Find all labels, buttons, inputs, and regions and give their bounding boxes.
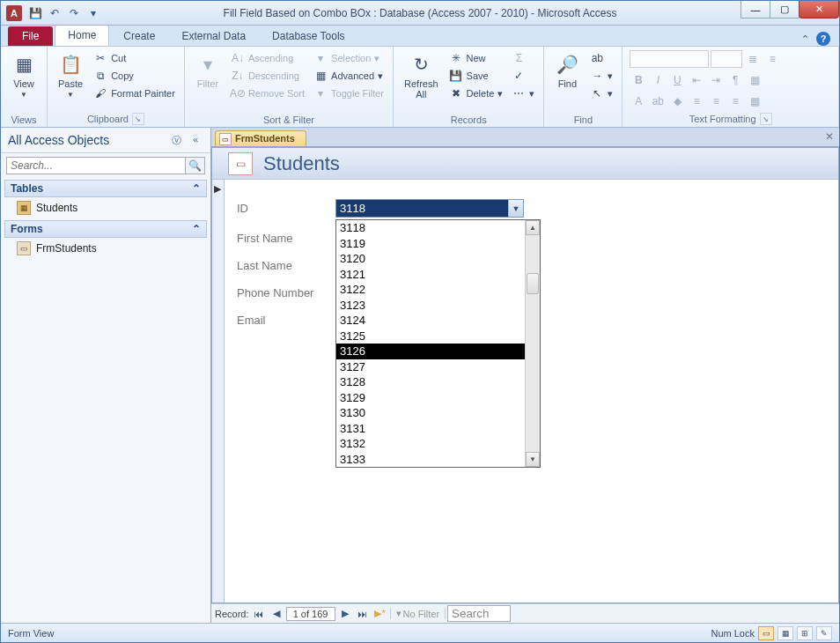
- maximize-button[interactable]: ▢: [770, 1, 799, 18]
- align-left-icon[interactable]: ≡: [688, 92, 705, 110]
- dropdown-item[interactable]: 3128: [336, 374, 525, 390]
- nav-last-button[interactable]: ⏭: [355, 606, 371, 622]
- dropdown-item[interactable]: 3125: [336, 329, 525, 344]
- view-layout-icon[interactable]: ⊞: [797, 626, 813, 640]
- gridlines-icon[interactable]: ▦: [746, 71, 763, 89]
- help-icon[interactable]: ?: [816, 32, 830, 46]
- view-design-icon[interactable]: ✎: [816, 626, 832, 640]
- dropdown-item[interactable]: 3123: [336, 298, 525, 314]
- tab-file[interactable]: File: [8, 26, 53, 46]
- descending-button[interactable]: Z↓Descending: [229, 68, 306, 84]
- dropdown-item[interactable]: 3129: [336, 390, 525, 406]
- nav-search-input[interactable]: [6, 157, 186, 174]
- qat-save-icon[interactable]: 💾: [27, 5, 43, 21]
- ribbon-minimize-icon[interactable]: ⌃: [801, 33, 809, 45]
- qat-undo-icon[interactable]: ↶: [47, 5, 63, 21]
- doc-close-icon[interactable]: ✕: [825, 130, 834, 143]
- align-center-icon[interactable]: ≡: [707, 92, 725, 110]
- dropdown-item[interactable]: 3130: [336, 405, 525, 421]
- font-color-button[interactable]: A: [630, 92, 647, 110]
- underline-button[interactable]: U: [668, 71, 686, 89]
- goto-button[interactable]: →▾: [588, 68, 615, 84]
- refresh-all-button[interactable]: ↻ Refresh All: [401, 50, 442, 101]
- nav-category-tables[interactable]: Tables⌃: [4, 180, 207, 197]
- qat-customize-icon[interactable]: ▾: [85, 5, 101, 21]
- selection-button[interactable]: ▾Selection ▾: [312, 50, 386, 66]
- scroll-down-icon[interactable]: ▼: [526, 452, 540, 467]
- no-filter-indicator[interactable]: ▾No Filter: [390, 608, 446, 619]
- view-button[interactable]: ▦ View ▼: [8, 50, 40, 100]
- nav-title[interactable]: All Access Objects: [8, 133, 109, 147]
- bullets-icon[interactable]: ≣: [744, 50, 762, 68]
- nav-dropdown-icon[interactable]: ⓥ: [168, 134, 184, 147]
- fill-color-button[interactable]: ◆: [668, 92, 686, 110]
- totals-button[interactable]: Σ: [510, 50, 536, 66]
- nav-item-frmstudents[interactable]: ▭ FrmStudents: [1, 238, 210, 259]
- format-painter-button[interactable]: 🖌Format Painter: [92, 85, 177, 101]
- dropdown-item[interactable]: 3133: [336, 452, 525, 468]
- advanced-button[interactable]: ▦Advanced ▾: [312, 68, 386, 84]
- italic-button[interactable]: I: [649, 71, 667, 89]
- dropdown-item[interactable]: 3124: [336, 313, 525, 329]
- dropdown-item[interactable]: 3132: [336, 436, 525, 452]
- toggle-filter-button[interactable]: ▾Toggle Filter: [312, 85, 386, 101]
- nav-new-button[interactable]: ▶*: [372, 606, 388, 622]
- dropdown-item[interactable]: 3126: [336, 344, 525, 359]
- record-search-input[interactable]: [447, 605, 511, 622]
- view-form-icon[interactable]: ▭: [758, 626, 774, 640]
- indent-dec-icon[interactable]: ⇤: [688, 71, 705, 89]
- document-tab-frmstudents[interactable]: ▭ FrmStudents: [215, 130, 306, 146]
- dropdown-item[interactable]: 3121: [336, 267, 525, 283]
- dropdown-item[interactable]: 3119: [336, 236, 525, 252]
- remove-sort-button[interactable]: A⊘Remove Sort: [229, 85, 306, 101]
- replace-button[interactable]: ab: [588, 50, 615, 66]
- tab-database-tools[interactable]: Database Tools: [260, 26, 357, 46]
- new-button[interactable]: ✳New: [447, 50, 505, 66]
- more-button[interactable]: ⋯▾: [510, 85, 536, 101]
- view-datasheet-icon[interactable]: ▦: [777, 626, 793, 640]
- dropdown-item[interactable]: 3131: [336, 421, 525, 437]
- clipboard-expander-icon[interactable]: ↘: [132, 113, 144, 125]
- bold-button[interactable]: B: [630, 71, 647, 89]
- dropdown-item[interactable]: 3122: [336, 282, 525, 298]
- font-size-combo[interactable]: [711, 50, 742, 68]
- record-position[interactable]: 1 of 169: [286, 607, 335, 621]
- copy-button[interactable]: ⧉Copy: [92, 68, 177, 84]
- tab-external-data[interactable]: External Data: [169, 26, 258, 46]
- nav-category-forms[interactable]: Forms⌃: [4, 220, 207, 238]
- align-right-icon[interactable]: ≡: [726, 92, 744, 110]
- paste-button[interactable]: 📋 Paste ▼: [55, 50, 86, 100]
- search-icon[interactable]: 🔍: [186, 157, 205, 174]
- indent-inc-icon[interactable]: ⇥: [707, 71, 725, 89]
- dropdown-item[interactable]: 3118: [336, 220, 525, 236]
- nav-collapse-icon[interactable]: «: [188, 134, 203, 147]
- scroll-thumb[interactable]: [527, 273, 539, 294]
- nav-first-button[interactable]: ⏮: [251, 606, 267, 622]
- highlight-button[interactable]: ab: [649, 92, 667, 110]
- nav-next-button[interactable]: ▶: [337, 606, 353, 622]
- close-button[interactable]: ✕: [799, 1, 839, 18]
- filter-button[interactable]: ▾ Filter: [192, 50, 224, 91]
- textfmt-expander-icon[interactable]: ↘: [760, 113, 772, 125]
- select-button[interactable]: ↖▾: [588, 85, 615, 101]
- dropdown-item[interactable]: 3120: [336, 251, 525, 267]
- nav-item-students-table[interactable]: ▦ Students: [1, 197, 210, 218]
- id-combo-input[interactable]: [335, 199, 524, 218]
- alt-row-icon[interactable]: ▦: [746, 92, 763, 110]
- minimize-button[interactable]: —: [741, 1, 770, 18]
- dropdown-scrollbar[interactable]: ▲ ▼: [525, 220, 540, 467]
- scroll-up-icon[interactable]: ▲: [526, 220, 540, 235]
- spelling-button[interactable]: ✓: [510, 68, 536, 84]
- numbering-icon[interactable]: ≡: [763, 50, 781, 68]
- cut-button[interactable]: ✂Cut: [92, 50, 177, 66]
- dropdown-item[interactable]: 3127: [336, 359, 525, 375]
- tab-create[interactable]: Create: [111, 26, 167, 46]
- find-button[interactable]: 🔎 Find: [551, 50, 583, 91]
- rtl-icon[interactable]: ¶: [726, 71, 744, 89]
- save-record-button[interactable]: 💾Save: [447, 68, 505, 84]
- font-family-combo[interactable]: [630, 50, 709, 68]
- delete-button[interactable]: ✖Delete ▾: [447, 85, 505, 101]
- record-selector[interactable]: ▶: [212, 180, 225, 602]
- combo-dropdown-button[interactable]: ▼: [508, 200, 523, 217]
- tab-home[interactable]: Home: [55, 25, 109, 46]
